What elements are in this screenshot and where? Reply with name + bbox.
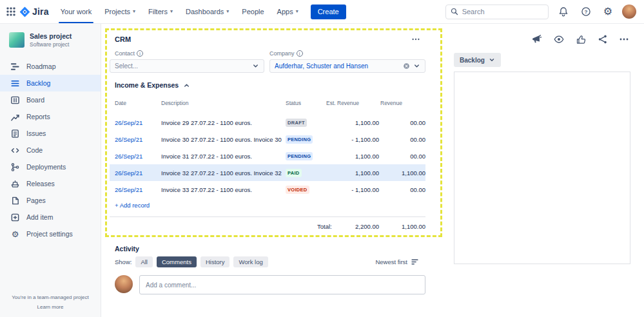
row-date-link[interactable]: 26/Sep/21 <box>110 153 161 160</box>
sidebar-item-label: Code <box>26 146 43 154</box>
income-expenses-section-header[interactable]: Income & Expenses <box>115 81 190 89</box>
project-header[interactable]: Sales project Software project <box>0 24 101 53</box>
project-sidebar: Sales project Software project Roadmap B… <box>0 24 101 317</box>
status-badge: DRAFT <box>286 119 307 127</box>
sidebar-footer: You're in a team-managed project Learn m… <box>0 293 101 312</box>
status-badge: PENDING <box>286 135 313 144</box>
sidebar-item-label: Project settings <box>26 230 73 238</box>
code-icon <box>10 146 20 155</box>
total-est-revenue: 2,200.00 <box>355 223 379 230</box>
issue-detail-panel: Backlog <box>454 24 644 317</box>
column-header-status: Status <box>286 100 321 106</box>
sidebar-item-label: Roadmap <box>26 62 56 70</box>
sort-icon <box>411 258 419 266</box>
filter-comments-button[interactable]: Comments <box>157 256 197 267</box>
sidebar-item-label: Board <box>26 96 44 104</box>
sidebar-item-releases[interactable]: Releases <box>0 175 101 192</box>
column-header-revenue: Revenue <box>379 100 425 106</box>
clear-icon[interactable] <box>403 62 410 70</box>
status-badge: PAID <box>286 169 302 177</box>
sidebar-item-roadmap[interactable]: Roadmap <box>0 58 101 75</box>
total-label: Total: <box>317 223 332 230</box>
feedback-button[interactable] <box>529 32 543 46</box>
sidebar-item-add-item[interactable]: Add item <box>0 209 101 226</box>
crm-panel: CRM Contact i Company i Select... <box>110 24 425 317</box>
filter-history-button[interactable]: History <box>200 256 230 267</box>
chevron-down-icon: ▾ <box>170 9 173 14</box>
svg-text:?: ? <box>584 9 587 15</box>
sidebar-item-pages[interactable]: Pages <box>0 192 101 209</box>
table-row[interactable]: 26/Sep/21 Invoice 33 27.07.22 - 1100 eur… <box>110 181 425 198</box>
chevron-down-icon: ▾ <box>226 9 229 14</box>
row-revenue: 00.00 <box>379 186 425 193</box>
comment-input[interactable] <box>139 275 425 294</box>
learn-more-link[interactable]: Learn more <box>0 303 101 312</box>
row-date-link[interactable]: 26/Sep/21 <box>110 136 161 143</box>
backlog-icon <box>10 79 20 88</box>
settings-icon: ⚙ <box>10 229 20 239</box>
table-row-selected[interactable]: 26/Sep/21 Invoice 32 27.07.22 - 1100 eur… <box>110 164 425 181</box>
create-button[interactable]: Create <box>311 5 346 19</box>
panel-more-button[interactable] <box>409 32 423 46</box>
row-date-link[interactable]: 26/Sep/21 <box>110 119 161 126</box>
settings-button[interactable]: ⚙ <box>601 4 615 19</box>
nav-your-work[interactable]: Your work <box>54 0 99 23</box>
chevron-down-icon <box>413 62 420 70</box>
status-dropdown-button[interactable]: Backlog <box>454 53 501 67</box>
table-row[interactable]: 26/Sep/21 Invoice 29 27.07.22 - 1100 eur… <box>110 114 425 131</box>
nav-filters[interactable]: Filters ▾ <box>142 0 179 23</box>
sort-order-control[interactable]: Newest first <box>375 258 419 266</box>
sidebar-item-code[interactable]: Code <box>0 142 101 158</box>
sidebar-item-project-settings[interactable]: ⚙ Project settings <box>0 226 101 242</box>
row-est-revenue: 1,100.00 <box>321 169 379 177</box>
table-row[interactable]: 26/Sep/21 Invoice 30 27.07.22 - 1100 eur… <box>110 131 425 148</box>
user-avatar[interactable] <box>622 5 636 19</box>
chevron-down-icon <box>489 57 495 63</box>
filter-all-button[interactable]: All <box>135 256 153 267</box>
primary-nav: Your work Projects ▾ Filters ▾ Dashboard… <box>54 0 305 23</box>
sidebar-item-issues[interactable]: Issues <box>0 125 101 142</box>
filter-worklog-button[interactable]: Work log <box>233 256 268 267</box>
row-description: Invoice 31 27.07.22 - 1100 euros. <box>161 153 286 160</box>
notifications-button[interactable] <box>556 4 571 19</box>
nav-apps[interactable]: Apps ▾ <box>271 0 305 23</box>
project-type: Software project <box>30 41 72 48</box>
watch-eye-icon <box>553 34 565 45</box>
column-header-date: Date <box>110 100 161 106</box>
sidebar-item-reports[interactable]: Reports <box>0 108 101 125</box>
row-date-link[interactable]: 26/Sep/21 <box>110 186 161 193</box>
sidebar-item-backlog[interactable]: Backlog <box>0 75 101 91</box>
row-est-revenue: 1,100.00 <box>321 119 379 126</box>
row-description: Invoice 30 27.07.22 - 1100 euros. Invoic… <box>161 136 286 143</box>
sidebar-item-label: Reports <box>26 113 50 120</box>
nav-projects[interactable]: Projects ▾ <box>98 0 142 23</box>
nav-label: People <box>242 8 264 15</box>
company-select[interactable]: Aufderhar, Schuster and Hansen <box>269 59 425 73</box>
sidebar-item-deployments[interactable]: Deployments <box>0 158 101 175</box>
nav-dashboards[interactable]: Dashboards ▾ <box>179 0 235 23</box>
jira-logo[interactable]: Jira <box>19 6 49 17</box>
app-switcher-button[interactable] <box>4 5 18 19</box>
row-revenue: 00.00 <box>379 153 425 160</box>
table-row[interactable]: 26/Sep/21 Invoice 31 27.07.22 - 1100 eur… <box>110 148 425 164</box>
top-navigation: Jira Your work Projects ▾ Filters ▾ Dash… <box>0 0 644 24</box>
share-button[interactable] <box>596 33 609 46</box>
help-button[interactable]: ? <box>578 4 594 19</box>
search-input[interactable] <box>462 8 543 15</box>
like-button[interactable] <box>574 33 588 46</box>
info-icon: i <box>297 50 303 57</box>
issues-icon <box>10 129 20 139</box>
nav-people[interactable]: People <box>235 0 270 23</box>
sidebar-item-board[interactable]: Board <box>0 91 101 108</box>
activity-title: Activity <box>115 245 139 253</box>
row-est-revenue: 1,100.00 <box>321 153 379 160</box>
panel-more-actions-button[interactable] <box>618 33 630 46</box>
row-est-revenue: - 1,100.00 <box>321 186 379 193</box>
add-record-link[interactable]: + Add record <box>115 202 150 209</box>
row-date-link[interactable]: 26/Sep/21 <box>110 169 161 177</box>
watch-button[interactable] <box>552 32 566 46</box>
show-label: Show: <box>115 258 132 265</box>
search-box[interactable] <box>445 5 549 19</box>
contact-select[interactable]: Select... <box>110 59 264 73</box>
sidebar-item-label: Backlog <box>26 79 50 87</box>
